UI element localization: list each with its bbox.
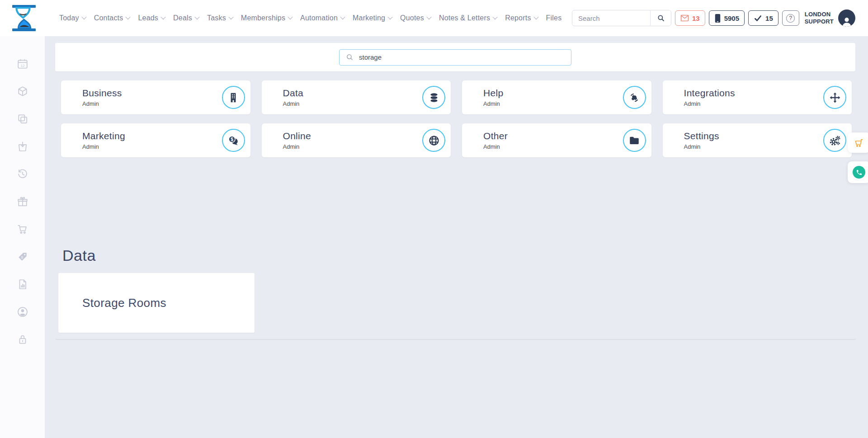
card-text: Marketing Admin: [82, 131, 222, 150]
nav-marketing[interactable]: Marketing: [353, 14, 392, 22]
card-text: Integrations Admin: [684, 88, 824, 107]
nav-deals[interactable]: Deals: [173, 14, 199, 22]
nav-tasks[interactable]: Tasks: [207, 14, 233, 22]
chevron-down-icon: [126, 14, 131, 19]
nav-label: Reports: [505, 14, 531, 22]
folder-icon: [623, 129, 646, 152]
nav-files[interactable]: Files: [546, 14, 562, 22]
nav-automation[interactable]: Automation: [300, 14, 344, 22]
card-text: Business Admin: [82, 88, 222, 107]
card-subtitle: Admin: [684, 100, 824, 107]
cart-widget-button[interactable]: [848, 132, 868, 153]
nav-label: Deals: [173, 14, 192, 22]
card-integrations[interactable]: Integrations Admin: [663, 80, 852, 114]
sidebar-item-pricing[interactable]: $: [17, 251, 28, 263]
section-divider: [56, 339, 856, 340]
handshake-icon: [623, 86, 646, 109]
svg-text:$: $: [231, 137, 233, 141]
svg-text:12: 12: [20, 64, 25, 68]
sidebar-item-packages[interactable]: [17, 85, 28, 97]
card-text: Settings Admin: [684, 131, 824, 150]
nav-label: Contacts: [94, 14, 123, 22]
nav-memberships[interactable]: Memberships: [241, 14, 292, 22]
card-text: Online Admin: [283, 131, 423, 150]
card-title: Other: [483, 131, 623, 141]
card-title: Online: [283, 131, 423, 141]
card-help[interactable]: Help Admin: [462, 80, 651, 114]
chevron-down-icon: [228, 14, 233, 19]
globe-icon: [422, 129, 445, 152]
database-icon: [422, 86, 445, 109]
mail-badge[interactable]: 13: [675, 10, 705, 26]
phone-badge[interactable]: 5905: [709, 10, 745, 26]
sidebar-item-gifts[interactable]: [17, 196, 28, 207]
avatar[interactable]: [838, 9, 855, 27]
chat-dollar-icon: $: [222, 129, 245, 152]
sidebar-item-shop[interactable]: [17, 223, 28, 235]
report-icon: [17, 278, 28, 290]
nav-label: Marketing: [353, 14, 385, 22]
sidebar-item-history[interactable]: [17, 168, 28, 180]
sidebar-item-calendar[interactable]: 12: [17, 58, 28, 70]
calendar-icon: 12: [17, 58, 28, 70]
card-title: Marketing: [82, 131, 222, 141]
nav-leads[interactable]: Leads: [138, 14, 165, 22]
module-search-panel: [55, 43, 855, 71]
card-subtitle: Admin: [684, 143, 824, 150]
result-label: Storage Rooms: [82, 296, 166, 310]
nav-today[interactable]: Today: [59, 14, 86, 22]
section-title: Data: [62, 247, 96, 264]
app-logo[interactable]: [12, 5, 36, 31]
module-search-input[interactable]: [358, 53, 571, 61]
sidebar-item-reports[interactable]: [17, 278, 28, 290]
phone-count: 5905: [724, 14, 739, 22]
envelope-icon: [680, 14, 689, 22]
card-text: Help Admin: [483, 88, 623, 107]
card-other[interactable]: Other Admin: [462, 123, 651, 157]
sidebar-item-security[interactable]: [17, 334, 28, 345]
check-count: 15: [765, 14, 773, 22]
mail-count: 13: [692, 14, 700, 22]
nav-quotes[interactable]: Quotes: [400, 14, 431, 22]
card-online[interactable]: Online Admin: [262, 123, 451, 157]
nav-label: Leads: [138, 14, 158, 22]
card-subtitle: Admin: [82, 143, 222, 150]
sidebar-item-orders[interactable]: [17, 141, 28, 152]
phone-icon: [856, 169, 863, 176]
card-settings[interactable]: Settings Admin: [663, 123, 852, 157]
nav-label: Automation: [300, 14, 338, 22]
card-subtitle: Admin: [483, 143, 623, 150]
package-icon: [17, 85, 28, 97]
sidebar-item-duplicates[interactable]: [17, 113, 28, 125]
question-mark-icon: ?: [786, 14, 795, 23]
nav-reports[interactable]: Reports: [505, 14, 538, 22]
chevron-down-icon: [493, 14, 498, 19]
tasks-done-badge[interactable]: 15: [748, 10, 778, 26]
nav-notes-letters[interactable]: Notes & Letters: [439, 14, 497, 22]
chevron-down-icon: [81, 14, 86, 19]
phone-widget-button[interactable]: [848, 161, 868, 183]
nav-label: Memberships: [241, 14, 285, 22]
card-text: Data Admin: [283, 88, 423, 107]
sidebar-item-account[interactable]: [17, 306, 28, 318]
main-nav: Today Contacts Leads Deals Tasks Members…: [59, 0, 561, 36]
nav-contacts[interactable]: Contacts: [94, 14, 130, 22]
global-search-button[interactable]: [650, 10, 671, 26]
card-business[interactable]: Business Admin: [61, 80, 250, 114]
help-button[interactable]: ?: [782, 10, 799, 26]
card-data[interactable]: Data Admin: [262, 80, 451, 114]
cart-icon: [17, 223, 28, 235]
sidebar: 12: [0, 36, 45, 438]
checkmark-icon: [754, 14, 762, 22]
result-card-storage-rooms[interactable]: Storage Rooms: [58, 273, 255, 333]
lock-icon: [17, 334, 28, 345]
card-marketing[interactable]: Marketing Admin $: [61, 123, 250, 157]
card-subtitle: Admin: [283, 100, 423, 107]
nav-label: Notes & Letters: [439, 14, 490, 22]
gift-icon: [17, 196, 28, 207]
global-search-input[interactable]: [572, 14, 650, 22]
card-subtitle: Admin: [283, 143, 423, 150]
card-title: Help: [483, 88, 623, 99]
nav-label: Quotes: [400, 14, 424, 22]
chevron-down-icon: [288, 14, 292, 19]
